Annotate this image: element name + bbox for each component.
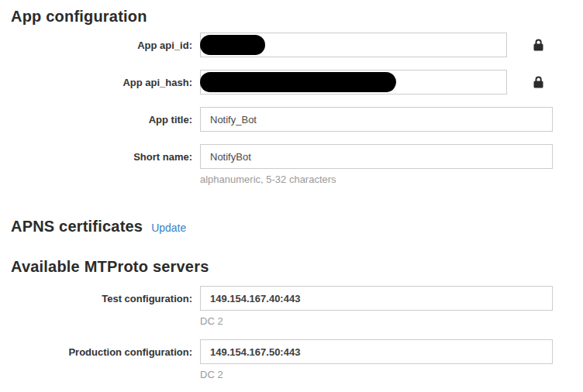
app-title-row: App title: <box>0 107 583 132</box>
test-configuration-label: Test configuration: <box>0 286 192 327</box>
api-hash-controls <box>200 70 507 95</box>
test-configuration-controls: DC 2 <box>200 286 553 327</box>
production-configuration-controls: DC 2 <box>200 339 553 380</box>
test-configuration-row: Test configuration: DC 2 <box>0 286 583 327</box>
short-name-label: Short name: <box>0 144 192 185</box>
short-name-row: Short name: alphanumeric, 5-32 character… <box>0 144 583 185</box>
api-id-label: App api_id: <box>0 33 192 57</box>
api-id-redaction-overlay <box>200 35 265 55</box>
apns-certificates-heading: APNS certificates <box>11 216 143 236</box>
api-hash-redaction-overlay <box>200 72 396 92</box>
production-configuration-label: Production configuration: <box>0 339 192 380</box>
app-title-input[interactable] <box>200 107 553 132</box>
short-name-hint: alphanumeric, 5-32 characters <box>200 174 553 185</box>
short-name-controls: alphanumeric, 5-32 characters <box>200 144 553 185</box>
app-configuration-form: App api_id: App api_hash: <box>0 33 583 185</box>
lock-icon <box>533 76 543 88</box>
test-dc-hint: DC 2 <box>200 315 553 327</box>
api-id-row: App api_id: <box>0 33 583 57</box>
production-dc-hint: DC 2 <box>200 369 553 380</box>
api-id-controls <box>200 33 507 57</box>
test-configuration-input[interactable] <box>200 286 553 311</box>
apns-update-link[interactable]: Update <box>151 222 186 234</box>
app-title-controls <box>200 107 553 132</box>
app-configuration-heading: App configuration <box>11 6 583 26</box>
api-hash-row: App api_hash: <box>0 70 583 95</box>
production-configuration-input[interactable] <box>200 339 553 364</box>
lock-icon <box>533 39 543 51</box>
app-title-label: App title: <box>0 107 192 132</box>
apns-heading-row: APNS certificates Update <box>0 216 583 236</box>
mtproto-servers-heading: Available MTProto servers <box>11 256 583 277</box>
api-hash-label: App api_hash: <box>0 70 192 95</box>
page: App configuration App api_id: App api_ha… <box>0 0 583 380</box>
production-configuration-row: Production configuration: DC 2 <box>0 339 583 380</box>
mtproto-form: Test configuration: DC 2 Production conf… <box>0 286 583 380</box>
short-name-input[interactable] <box>200 144 553 169</box>
